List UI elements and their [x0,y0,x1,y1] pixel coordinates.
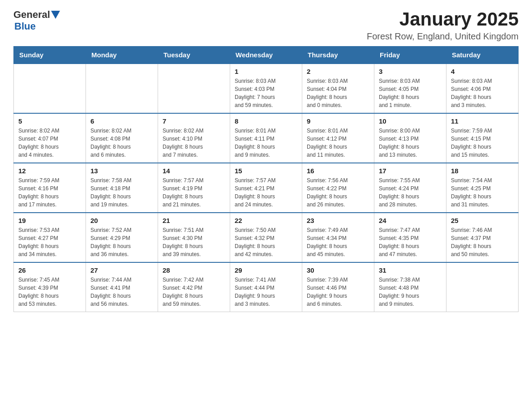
table-row: 28Sunrise: 7:42 AMSunset: 4:42 PMDayligh… [158,262,230,312]
day-number: 8 [235,117,297,125]
day-info: Sunrise: 7:55 AMSunset: 4:24 PMDaylight:… [379,176,442,209]
day-number: 11 [451,117,514,125]
day-number: 10 [379,117,442,125]
table-row: 5Sunrise: 8:02 AMSunset: 4:07 PMDaylight… [14,113,86,163]
day-number: 20 [90,217,153,224]
table-row [158,64,230,113]
day-info: Sunrise: 7:58 AMSunset: 4:18 PMDaylight:… [90,176,153,209]
calendar-week-row: 12Sunrise: 7:59 AMSunset: 4:16 PMDayligh… [14,163,519,213]
table-row: 11Sunrise: 7:59 AMSunset: 4:15 PMDayligh… [446,113,519,163]
day-info: Sunrise: 8:03 AMSunset: 4:04 PMDaylight:… [307,77,369,109]
day-number: 30 [307,266,369,274]
table-row: 24Sunrise: 7:47 AMSunset: 4:35 PMDayligh… [374,213,446,262]
day-info: Sunrise: 7:56 AMSunset: 4:22 PMDaylight:… [307,176,369,209]
logo-blue-text: Blue [14,21,36,32]
day-info: Sunrise: 8:02 AMSunset: 4:07 PMDaylight:… [18,127,81,159]
location-subtitle: Forest Row, England, United Kingdom [367,31,519,42]
day-number: 26 [18,266,81,274]
table-row: 4Sunrise: 8:03 AMSunset: 4:06 PMDaylight… [446,64,519,113]
table-row: 18Sunrise: 7:54 AMSunset: 4:25 PMDayligh… [446,163,519,213]
day-number: 31 [379,266,442,274]
col-tuesday: Tuesday [158,47,230,64]
table-row: 19Sunrise: 7:53 AMSunset: 4:27 PMDayligh… [14,213,86,262]
day-info: Sunrise: 7:52 AMSunset: 4:29 PMDaylight:… [90,226,153,258]
table-row: 1Sunrise: 8:03 AMSunset: 4:03 PMDaylight… [230,64,302,113]
day-info: Sunrise: 7:54 AMSunset: 4:25 PMDaylight:… [451,176,514,209]
table-row: 22Sunrise: 7:50 AMSunset: 4:32 PMDayligh… [230,213,302,262]
day-info: Sunrise: 7:59 AMSunset: 4:16 PMDaylight:… [18,176,81,209]
day-number: 9 [307,117,369,125]
day-info: Sunrise: 7:59 AMSunset: 4:15 PMDaylight:… [451,127,514,159]
day-number: 5 [18,117,81,125]
table-row: 31Sunrise: 7:38 AMSunset: 4:48 PMDayligh… [374,262,446,312]
col-saturday: Saturday [446,47,519,64]
page-header: General Blue January 2025 Forest Row, En… [13,9,519,42]
day-number: 17 [379,167,442,175]
table-row: 8Sunrise: 8:01 AMSunset: 4:11 PMDaylight… [230,113,302,163]
day-number: 21 [163,217,225,224]
title-section: January 2025 Forest Row, England, United… [367,9,519,42]
table-row: 16Sunrise: 7:56 AMSunset: 4:22 PMDayligh… [302,163,374,213]
col-friday: Friday [374,47,446,64]
day-number: 16 [307,167,369,175]
day-info: Sunrise: 7:57 AMSunset: 4:21 PMDaylight:… [235,176,297,209]
day-info: Sunrise: 7:42 AMSunset: 4:42 PMDaylight:… [163,276,225,308]
table-row: 12Sunrise: 7:59 AMSunset: 4:16 PMDayligh… [14,163,86,213]
table-row: 10Sunrise: 8:00 AMSunset: 4:13 PMDayligh… [374,113,446,163]
day-number: 27 [90,266,153,274]
logo-general-text: General [13,9,50,21]
col-thursday: Thursday [302,47,374,64]
day-number: 12 [18,167,81,175]
table-row [86,64,158,113]
day-info: Sunrise: 7:53 AMSunset: 4:27 PMDaylight:… [18,226,81,258]
table-row: 26Sunrise: 7:45 AMSunset: 4:39 PMDayligh… [14,262,86,312]
table-row: 27Sunrise: 7:44 AMSunset: 4:41 PMDayligh… [86,262,158,312]
table-row: 14Sunrise: 7:57 AMSunset: 4:19 PMDayligh… [158,163,230,213]
col-wednesday: Wednesday [230,47,302,64]
table-row: 6Sunrise: 8:02 AMSunset: 4:08 PMDaylight… [86,113,158,163]
day-info: Sunrise: 7:51 AMSunset: 4:30 PMDaylight:… [163,226,225,258]
day-number: 14 [163,167,225,175]
day-number: 28 [163,266,225,274]
day-info: Sunrise: 7:47 AMSunset: 4:35 PMDaylight:… [379,226,442,258]
table-row [14,64,86,113]
day-number: 18 [451,167,514,175]
day-number: 15 [235,167,297,175]
day-info: Sunrise: 7:50 AMSunset: 4:32 PMDaylight:… [235,226,297,258]
day-info: Sunrise: 7:41 AMSunset: 4:44 PMDaylight:… [235,276,297,308]
table-row: 20Sunrise: 7:52 AMSunset: 4:29 PMDayligh… [86,213,158,262]
day-number: 22 [235,217,297,224]
day-info: Sunrise: 8:01 AMSunset: 4:11 PMDaylight:… [235,127,297,159]
calendar-week-row: 5Sunrise: 8:02 AMSunset: 4:07 PMDaylight… [14,113,519,163]
day-info: Sunrise: 8:02 AMSunset: 4:08 PMDaylight:… [90,127,153,159]
day-info: Sunrise: 7:39 AMSunset: 4:46 PMDaylight:… [307,276,369,308]
day-number: 2 [307,68,369,75]
day-info: Sunrise: 7:49 AMSunset: 4:34 PMDaylight:… [307,226,369,258]
day-number: 13 [90,167,153,175]
day-info: Sunrise: 8:00 AMSunset: 4:13 PMDaylight:… [379,127,442,159]
day-info: Sunrise: 7:46 AMSunset: 4:37 PMDaylight:… [451,226,514,258]
day-number: 6 [90,117,153,125]
day-info: Sunrise: 8:02 AMSunset: 4:10 PMDaylight:… [163,127,225,159]
day-number: 23 [307,217,369,224]
logo-triangle-icon [51,11,60,19]
day-info: Sunrise: 7:45 AMSunset: 4:39 PMDaylight:… [18,276,81,308]
main-title: January 2025 [367,9,519,30]
day-info: Sunrise: 7:38 AMSunset: 4:48 PMDaylight:… [379,276,442,308]
day-number: 7 [163,117,225,125]
calendar-table: Sunday Monday Tuesday Wednesday Thursday… [13,46,519,312]
day-number: 19 [18,217,81,224]
table-row: 23Sunrise: 7:49 AMSunset: 4:34 PMDayligh… [302,213,374,262]
day-info: Sunrise: 7:57 AMSunset: 4:19 PMDaylight:… [163,176,225,209]
day-number: 1 [235,68,297,75]
day-number: 4 [451,68,514,75]
calendar-week-row: 19Sunrise: 7:53 AMSunset: 4:27 PMDayligh… [14,213,519,262]
col-sunday: Sunday [14,47,86,64]
table-row: 29Sunrise: 7:41 AMSunset: 4:44 PMDayligh… [230,262,302,312]
calendar-week-row: 1Sunrise: 8:03 AMSunset: 4:03 PMDaylight… [14,64,519,113]
day-number: 24 [379,217,442,224]
table-row: 2Sunrise: 8:03 AMSunset: 4:04 PMDaylight… [302,64,374,113]
table-row: 30Sunrise: 7:39 AMSunset: 4:46 PMDayligh… [302,262,374,312]
col-monday: Monday [86,47,158,64]
table-row: 3Sunrise: 8:03 AMSunset: 4:05 PMDaylight… [374,64,446,113]
